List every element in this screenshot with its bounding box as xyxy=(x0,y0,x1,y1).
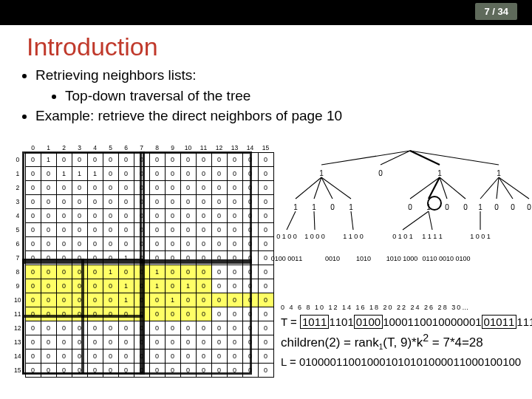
tree-node: 1 xyxy=(497,170,501,177)
matrix-cell: 0 xyxy=(134,307,149,321)
T-seg-4: 01011 xyxy=(482,315,517,329)
matrix-cell: 0 xyxy=(72,279,87,293)
matrix-cell: 0 xyxy=(258,265,273,279)
matrix-cell: 0 xyxy=(25,167,41,181)
T-seg-3: 1000110010000001 xyxy=(383,316,481,328)
matrix-cell: 0 xyxy=(25,251,41,265)
matrix-cell: 1 xyxy=(149,265,165,279)
page-current: 7 xyxy=(484,6,489,17)
matrix-cell: 1 xyxy=(56,167,72,181)
matrix-cell: 0 xyxy=(41,181,56,195)
matrix-cell: 0 xyxy=(211,265,227,279)
matrix-cell: 0 xyxy=(165,364,180,378)
matrix-cell: 0 xyxy=(118,167,134,181)
svg-line-17 xyxy=(314,211,315,230)
matrix-cell: 0 xyxy=(134,321,149,335)
matrix-cell: 0 xyxy=(149,223,165,237)
page-indicator: 7 / 34 xyxy=(475,3,517,20)
matrix-cell: 0 xyxy=(227,153,242,167)
matrix-cell: 0 xyxy=(25,279,41,293)
matrix-cell: 0 xyxy=(227,293,242,307)
tree-node: 1010 1000 xyxy=(386,256,418,262)
matrix-cell: 0 xyxy=(227,335,242,349)
matrix-cell: 0 xyxy=(72,153,87,167)
matrix-cell: 0 xyxy=(242,223,258,237)
matrix-cell: 0 xyxy=(149,167,165,181)
matrix-cell: 0 xyxy=(180,251,196,265)
matrix-cell: 0 xyxy=(180,364,196,378)
matrix-cell: 0 xyxy=(242,293,258,307)
matrix-cell: 1 xyxy=(180,279,196,293)
matrix-cell: 0 xyxy=(196,237,211,251)
tree-node: 1010 xyxy=(356,256,371,262)
matrix-cell: 0 xyxy=(180,209,196,223)
matrix-cell: 0 xyxy=(165,279,180,293)
matrix-cell: 0 xyxy=(180,153,196,167)
matrix-cell: 0 xyxy=(41,195,56,209)
tree-node: 0 xyxy=(511,204,515,211)
matrix-cell: 0 xyxy=(242,364,258,378)
matrix-cell: 1 xyxy=(118,279,134,293)
tree-node: 0 xyxy=(494,204,499,211)
matrix-cell: 0 xyxy=(165,265,180,279)
matrix-cell: 0 xyxy=(41,251,56,265)
svg-line-4 xyxy=(296,177,321,199)
matrix-cell: 0 xyxy=(87,279,103,293)
matrix-cell: 0 xyxy=(211,181,227,195)
svg-line-7 xyxy=(321,177,351,199)
svg-line-19 xyxy=(403,211,429,230)
matrix-cell: 0 xyxy=(118,223,134,237)
matrix-cell: 0 xyxy=(242,335,258,349)
matrix-cell: 0 xyxy=(258,167,273,181)
matrix-cell: 0 xyxy=(72,251,87,265)
matrix-cell: 0 xyxy=(180,195,196,209)
matrix-cell: 0 xyxy=(227,223,242,237)
svg-line-16 xyxy=(287,211,296,230)
matrix-cell: 0 xyxy=(149,293,165,307)
matrix-cell: 0 xyxy=(242,237,258,251)
matrix-cell: 0 xyxy=(87,307,103,321)
matrix-cell: 0 xyxy=(41,209,56,223)
matrix-cell: 0 xyxy=(56,279,72,293)
matrix-cell: 0 xyxy=(149,195,165,209)
svg-line-3 xyxy=(410,151,499,165)
matrix-cell: 0 xyxy=(72,265,87,279)
matrix-cell: 0 xyxy=(118,335,134,349)
tree-node: 0110 0010 0100 xyxy=(422,256,470,262)
matrix-cell: 0 xyxy=(87,153,103,167)
matrix-cell: 0 xyxy=(134,364,149,378)
matrix-cell: 0 xyxy=(227,251,242,265)
matrix-cell: 0 xyxy=(165,167,180,181)
tree-node: 0010 xyxy=(325,256,340,262)
matrix-cell: 0 xyxy=(165,209,180,223)
matrix-cell: 0 xyxy=(211,307,227,321)
matrix-cell: 0 xyxy=(258,223,273,237)
matrix-cell: 0 xyxy=(227,209,242,223)
matrix-cell: 0 xyxy=(180,223,196,237)
matrix-cell: 0 xyxy=(87,251,103,265)
matrix-cell: 0 xyxy=(134,167,149,181)
svg-line-5 xyxy=(314,177,321,199)
bullet-a: Retrieving neighbors lists: xyxy=(35,66,532,85)
matrix-cell: 0 xyxy=(103,237,118,251)
matrix-cell: 0 xyxy=(87,237,103,251)
matrix-cell: 0 xyxy=(41,321,56,335)
matrix-cell: 0 xyxy=(56,307,72,321)
matrix-cell: 0 xyxy=(72,181,87,195)
matrix-cell: 0 xyxy=(165,349,180,364)
matrix-cell: 0 xyxy=(103,364,118,378)
matrix-cell: 0 xyxy=(149,349,165,364)
bitvector-block: 0 4 6 8 10 12 14 16 18 20 22 24 26 28 30… xyxy=(281,303,532,370)
matrix-cell: 0 xyxy=(180,321,196,335)
matrix-cell: 0 xyxy=(211,335,227,349)
matrix-cell: 0 xyxy=(56,209,72,223)
matrix-cell: 0 xyxy=(41,335,56,349)
matrix-cell: 0 xyxy=(165,251,180,265)
matrix-cell: 0 xyxy=(134,223,149,237)
matrix-cell: 0 xyxy=(180,307,196,321)
matrix-cell: 0 xyxy=(118,237,134,251)
matrix-cell: 0 xyxy=(56,153,72,167)
svg-line-11 xyxy=(440,177,466,199)
matrix-cell: 0 xyxy=(25,307,41,321)
matrix-cell: 0 xyxy=(196,153,211,167)
